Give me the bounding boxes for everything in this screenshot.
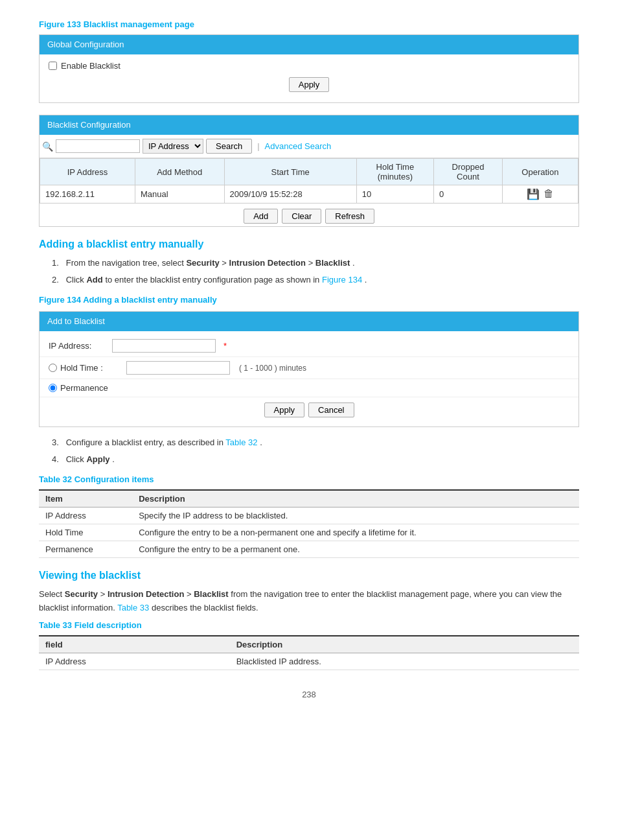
viewing-bold-security: Security xyxy=(65,589,98,599)
step1-text4: . xyxy=(352,258,355,268)
cell-dropped: 0 xyxy=(434,185,503,204)
step-1: 1. From the navigation tree, select Secu… xyxy=(52,257,579,270)
table33-cell-desc-1: Blacklisted IP address. xyxy=(230,653,579,670)
hold-time-row: Hold Time : ( 1 - 1000 ) minutes xyxy=(40,357,578,379)
step4-text2: . xyxy=(112,454,115,464)
step-2: 2. Click Add to enter the blacklist entr… xyxy=(52,274,579,286)
table32-row-2: Hold Time Configure the entry to be a no… xyxy=(39,524,579,541)
advanced-search-link[interactable]: Advanced Search xyxy=(265,141,332,151)
hold-time-hint: ( 1 - 1000 ) minutes xyxy=(239,364,306,373)
cell-start: 2009/10/9 15:52:28 xyxy=(224,185,356,204)
figure134-apply-button[interactable]: Apply xyxy=(264,402,305,417)
search-button[interactable]: Search xyxy=(206,139,252,154)
table32-cell-desc-1: Specify the IP address to be blacklisted… xyxy=(132,508,579,524)
cell-method: Manual xyxy=(135,185,224,204)
edit-icon[interactable]: 💾 xyxy=(527,188,540,200)
hold-time-radio[interactable] xyxy=(49,364,57,372)
permanence-row: Permanence xyxy=(40,379,578,397)
required-star: * xyxy=(223,341,227,351)
step4-num: 4. xyxy=(52,454,59,464)
table33-label: Table 33 Field description xyxy=(39,620,579,630)
col-header-start: Start Time xyxy=(224,159,356,185)
table-row: 192.168.2.11 Manual 2009/10/9 15:52:28 1… xyxy=(40,185,578,204)
table33-link[interactable]: Table 33 xyxy=(117,603,149,612)
search-dropdown[interactable]: IP Address xyxy=(143,139,203,154)
step3-text2: . xyxy=(260,438,262,447)
table32: Item Description IP Address Specify the … xyxy=(39,489,579,558)
cell-ip: 192.168.2.11 xyxy=(40,185,135,204)
ip-address-label: IP Address: xyxy=(49,341,107,351)
col-header-ip: IP Address xyxy=(40,159,135,185)
step1-bold-intrusion: Intrusion Detection xyxy=(229,258,306,268)
figure134-panel: Add to Blacklist IP Address: * Hold Time… xyxy=(39,311,579,427)
viewing-bold-intrusion: Intrusion Detection xyxy=(108,589,184,599)
step1-text2: > xyxy=(222,258,229,268)
global-config-tab-label: Global Configuration xyxy=(47,40,124,49)
enable-blacklist-checkbox[interactable] xyxy=(49,62,57,70)
col-header-operation: Operation xyxy=(502,159,578,185)
table32-row-3: Permanence Configure the entry to be a p… xyxy=(39,541,579,558)
figure133-label: Figure 133 Blacklist management page xyxy=(39,19,579,29)
permanence-radio[interactable] xyxy=(49,384,57,392)
blacklist-config-tab-label: Blacklist Configuration xyxy=(47,120,131,130)
step1-text1: From the navigation tree, select xyxy=(66,258,187,268)
ip-address-input[interactable] xyxy=(112,339,216,353)
step2-figure134-link[interactable]: Figure 134 xyxy=(322,275,362,285)
adding-section-heading: Adding a blacklist entry manually xyxy=(39,239,579,250)
step2-text3: . xyxy=(365,275,367,285)
table32-cell-item-1: IP Address xyxy=(39,508,132,524)
cell-hold: 10 xyxy=(356,185,433,204)
refresh-button[interactable]: Refresh xyxy=(325,209,374,224)
table33-col-field: field xyxy=(39,636,230,653)
global-apply-button[interactable]: Apply xyxy=(289,77,330,92)
step-3: 3. Configure a blacklist entry, as descr… xyxy=(52,436,579,449)
col-header-method: Add Method xyxy=(135,159,224,185)
figure134-label: Figure 134 Adding a blacklist entry manu… xyxy=(39,295,579,305)
hold-time-input[interactable] xyxy=(126,361,230,375)
step2-text2: to enter the blacklist entry configurati… xyxy=(105,275,322,285)
step1-bold-blacklist: Blacklist xyxy=(315,258,350,268)
adding-steps-list: 1. From the navigation tree, select Secu… xyxy=(52,257,579,286)
step1-num: 1. xyxy=(52,258,59,268)
table32-row-1: IP Address Specify the IP address to be … xyxy=(39,508,579,524)
viewing-bold-blacklist: Blacklist xyxy=(194,589,228,599)
steps-3-4-list: 3. Configure a blacklist entry, as descr… xyxy=(52,436,579,465)
page-number: 238 xyxy=(39,690,579,699)
table32-cell-desc-3: Configure the entry to be a permanent on… xyxy=(132,541,579,558)
enable-blacklist-row: Enable Blacklist xyxy=(49,61,569,71)
col-header-hold: Hold Time(minutes) xyxy=(356,159,433,185)
table32-link[interactable]: Table 32 xyxy=(225,438,257,447)
step4-bold-apply: Apply xyxy=(86,454,109,464)
viewing-text5: describes the blacklist fields. xyxy=(152,603,258,612)
table32-cell-item-3: Permanence xyxy=(39,541,132,558)
table32-col-item: Item xyxy=(39,490,132,508)
figure134-cancel-button[interactable]: Cancel xyxy=(308,402,354,417)
table-actions: Add Clear Refresh xyxy=(40,204,578,226)
step3-text1: Configure a blacklist entry, as describe… xyxy=(66,438,226,447)
hold-time-label: Hold Time : xyxy=(60,363,119,373)
enable-blacklist-label: Enable Blacklist xyxy=(61,61,120,71)
search-bar: 🔍 IP Address Search | Advanced Search xyxy=(40,135,578,158)
step4-text1: Click xyxy=(66,454,87,464)
table32-cell-desc-2: Configure the entry to be a non-permanen… xyxy=(132,524,579,541)
table32-cell-item-2: Hold Time xyxy=(39,524,132,541)
delete-icon[interactable]: 🗑 xyxy=(544,188,554,200)
ip-address-row: IP Address: * xyxy=(40,335,578,357)
search-icon: 🔍 xyxy=(42,141,53,152)
step-4: 4. Click Apply . xyxy=(52,453,579,466)
permanence-label: Permanence xyxy=(60,383,119,393)
add-button[interactable]: Add xyxy=(244,209,278,224)
table33-row-1: IP Address Blacklisted IP address. xyxy=(39,653,579,670)
add-to-blacklist-tab: Add to Blacklist xyxy=(47,316,105,326)
step1-text3: > xyxy=(308,258,315,268)
step2-num: 2. xyxy=(52,275,59,285)
step2-bold-add: Add xyxy=(86,275,102,285)
blacklist-config-panel: Blacklist Configuration 🔍 IP Address Sea… xyxy=(39,115,579,227)
cell-operation: 💾 🗑 xyxy=(502,185,578,204)
viewing-text1: Select xyxy=(39,589,65,599)
global-config-panel: Global Configuration Enable Blacklist Ap… xyxy=(39,34,579,103)
viewing-section-text: Select Security > Intrusion Detection > … xyxy=(39,588,579,615)
search-input[interactable] xyxy=(56,139,140,153)
step3-num: 3. xyxy=(52,438,59,447)
clear-button[interactable]: Clear xyxy=(282,209,321,224)
